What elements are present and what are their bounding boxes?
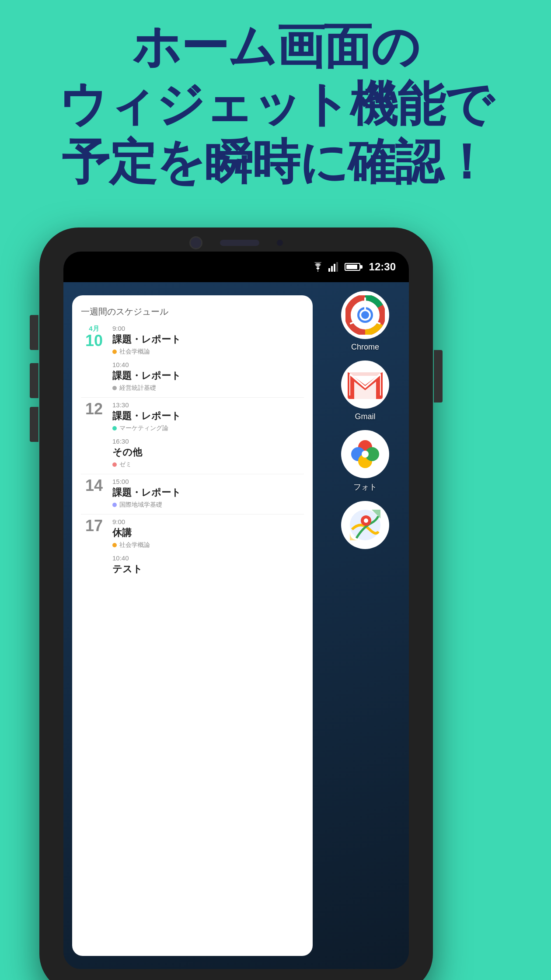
- event-time: 9:00: [112, 325, 304, 332]
- svg-point-8: [361, 311, 369, 319]
- divider: [81, 514, 304, 514]
- photos-icon: [348, 437, 383, 472]
- gmail-icon-wrapper: [341, 360, 389, 409]
- divider: [81, 397, 304, 398]
- status-time: 12:30: [369, 261, 396, 273]
- date-column: 12: [81, 401, 107, 417]
- table-row: 4月 10 9:00 課題・レポート 社会学概論: [81, 325, 304, 356]
- date-day: 10: [81, 333, 107, 349]
- table-row: 12 13:30 課題・レポート マーケティング論: [81, 401, 304, 432]
- table-row: 10:40 テスト: [81, 554, 304, 578]
- event-content: 9:00 休講 社会学概論: [107, 518, 304, 549]
- sensor: [277, 240, 283, 246]
- event-title: 課題・レポート: [112, 410, 304, 423]
- date-column: 14: [81, 478, 107, 494]
- svg-rect-1: [331, 266, 333, 272]
- event-content: 10:40 テスト: [107, 554, 304, 578]
- table-row: 16:30 その他 ゼミ: [81, 438, 304, 469]
- table-row: 17 9:00 休講 社会学概論: [81, 518, 304, 549]
- event-time: 10:40: [112, 554, 304, 562]
- app-icon-photos[interactable]: フォト: [341, 430, 389, 492]
- status-icons: 12:30: [312, 261, 396, 273]
- widget-area: 一週間のスケジュール 4月 10 9:00 課題・レポート: [63, 282, 321, 969]
- header-line1: ホーム画面の: [132, 19, 419, 73]
- header-title: ホーム画面の ウィジェット機能で 予定を瞬時に確認！: [26, 18, 525, 191]
- speaker: [220, 240, 259, 246]
- gmail-icon: [348, 371, 383, 399]
- svg-point-20: [362, 451, 369, 458]
- header-line2: ウィジェット機能で: [59, 77, 493, 131]
- table-row: 10:40 課題・レポート 経営統計基礎: [81, 361, 304, 392]
- event-content: 13:30 課題・レポート マーケティング論: [107, 401, 304, 432]
- event-content: 16:30 その他 ゼミ: [107, 438, 304, 469]
- tag-text: 国際地域学基礎: [119, 501, 162, 509]
- header-section: ホーム画面の ウィジェット機能で 予定を瞬時に確認！: [0, 18, 551, 191]
- home-screen: 一週間のスケジュール 4月 10 9:00 課題・レポート: [63, 282, 409, 969]
- tag-text: 社会学概論: [119, 348, 150, 356]
- event-title: 休講: [112, 526, 304, 539]
- svg-rect-3: [336, 262, 338, 272]
- svg-rect-13: [348, 372, 383, 376]
- phone-screen: 12:30 一週間のスケジュール 4月 10: [63, 252, 409, 969]
- date-day: 17: [81, 518, 107, 534]
- event-content: 15:00 課題・レポート 国際地域学基礎: [107, 478, 304, 509]
- event-content: 9:00 課題・レポート 社会学概論: [107, 325, 304, 356]
- tag-dot: [112, 543, 117, 547]
- app-icons-sidebar: Chrome: [321, 282, 409, 969]
- gmail-label: Gmail: [355, 412, 375, 421]
- event-time: 16:30: [112, 438, 304, 445]
- tag-dot: [112, 462, 117, 467]
- date-day: 14: [81, 478, 107, 494]
- battery-icon: [345, 263, 360, 271]
- tag-text: ゼミ: [119, 461, 132, 469]
- event-title: 課題・レポート: [112, 486, 304, 499]
- date-column: 4月 10: [81, 325, 107, 349]
- date-day: 12: [81, 401, 107, 417]
- signal-icon: [328, 262, 338, 272]
- status-bar: 12:30: [63, 252, 409, 282]
- phone-mockup: 12:30 一週間のスケジュール 4月 10: [17, 228, 534, 980]
- event-title: 課題・レポート: [112, 369, 304, 382]
- event-time: 10:40: [112, 361, 304, 368]
- svg-rect-0: [328, 268, 330, 272]
- event-tag: 社会学概論: [112, 541, 304, 549]
- event-tag: 経営統計基礎: [112, 384, 304, 392]
- event-tag: ゼミ: [112, 461, 304, 469]
- event-time: 15:00: [112, 478, 304, 485]
- event-tag: 国際地域学基礎: [112, 501, 304, 509]
- table-row: 14 15:00 課題・レポート 国際地域学基礎: [81, 478, 304, 509]
- phone-top-bar: [39, 236, 433, 249]
- tag-dot: [112, 386, 117, 390]
- chrome-label: Chrome: [351, 343, 379, 352]
- svg-rect-2: [334, 264, 335, 272]
- photos-icon-wrapper: [341, 430, 389, 478]
- widget-title: 一週間のスケジュール: [81, 306, 304, 318]
- event-tag: 社会学概論: [112, 348, 304, 356]
- phone-shell: 12:30 一週間のスケジュール 4月 10: [39, 228, 433, 980]
- event-title: その他: [112, 446, 304, 459]
- event-title: テスト: [112, 563, 304, 576]
- maps-icon-wrapper: [341, 501, 389, 549]
- svg-point-24: [364, 518, 368, 523]
- app-icon-chrome[interactable]: Chrome: [341, 291, 389, 352]
- tag-dot: [112, 350, 117, 354]
- event-time: 13:30: [112, 401, 304, 409]
- tag-text: 経営統計基礎: [119, 384, 156, 392]
- front-camera: [189, 236, 202, 249]
- event-time: 9:00: [112, 518, 304, 525]
- app-icon-maps[interactable]: [341, 501, 389, 549]
- event-content: 10:40 課題・レポート 経営統計基礎: [107, 361, 304, 392]
- tag-dot: [112, 503, 117, 507]
- chrome-icon-circle: [341, 291, 389, 339]
- tag-text: マーケティング論: [119, 424, 168, 432]
- wifi-icon: [312, 262, 324, 272]
- date-column: 17: [81, 518, 107, 534]
- tag-text: 社会学概論: [119, 541, 150, 549]
- divider: [81, 474, 304, 474]
- app-icon-gmail[interactable]: Gmail: [341, 360, 389, 421]
- tag-dot: [112, 426, 117, 430]
- event-tag: マーケティング論: [112, 424, 304, 432]
- schedule-widget[interactable]: 一週間のスケジュール 4月 10 9:00 課題・レポート: [72, 295, 313, 956]
- maps-icon: [348, 508, 383, 542]
- header-line3: 予定を瞬時に確認！: [62, 135, 489, 189]
